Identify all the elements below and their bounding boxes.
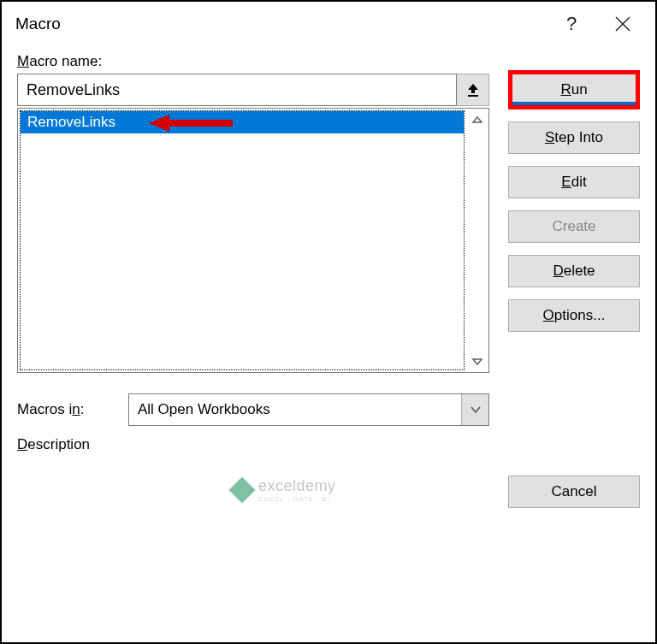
- up-arrow-icon: [466, 82, 480, 97]
- scroll-up-icon[interactable]: [466, 112, 488, 127]
- svg-marker-4: [149, 115, 169, 132]
- description-label: Description: [17, 436, 489, 453]
- macro-name-input[interactable]: [17, 74, 457, 106]
- scrollbar[interactable]: [466, 109, 488, 372]
- watermark-text: exceldemy: [258, 477, 336, 495]
- macro-name-label: Macro name:: [17, 53, 640, 70]
- scroll-down-icon[interactable]: [466, 354, 488, 369]
- watermark-subtext: EXCEL · DATA · BI: [258, 495, 336, 503]
- watermark: exceldemy EXCEL · DATA · BI: [233, 477, 336, 503]
- chevron-down-icon[interactable]: [461, 394, 488, 425]
- delete-button[interactable]: Delete: [508, 255, 640, 287]
- macro-list[interactable]: RemoveLinks: [17, 108, 489, 373]
- list-item[interactable]: RemoveLinks: [21, 111, 464, 133]
- cancel-button[interactable]: Cancel: [508, 476, 640, 508]
- window-title: Macro: [15, 15, 546, 33]
- step-into-button[interactable]: Step Into: [508, 121, 640, 154]
- list-item-label: RemoveLinks: [27, 114, 115, 131]
- watermark-icon: [228, 476, 255, 503]
- edit-button[interactable]: Edit: [508, 166, 640, 198]
- macros-in-label: Macros in:: [17, 401, 113, 418]
- help-button[interactable]: ?: [546, 2, 597, 46]
- options-button[interactable]: Options...: [508, 299, 640, 332]
- title-bar: Macro ?: [2, 2, 655, 46]
- annotation-arrow-icon: [149, 113, 234, 133]
- run-button[interactable]: Run: [508, 70, 640, 109]
- close-icon: [615, 16, 630, 32]
- close-button[interactable]: [597, 2, 648, 46]
- create-button: Create: [508, 210, 640, 243]
- macro-name-go-button[interactable]: [457, 74, 489, 106]
- macros-in-dropdown[interactable]: All Open Workbooks: [128, 393, 489, 426]
- svg-rect-2: [468, 95, 478, 97]
- dropdown-value: All Open Workbooks: [138, 401, 270, 418]
